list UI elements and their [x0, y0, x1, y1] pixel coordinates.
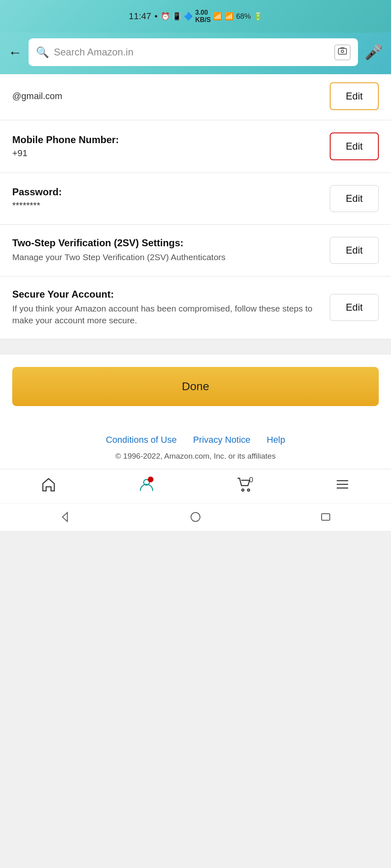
- two-step-row: Two-Step Verification (2SV) Settings: Ma…: [0, 225, 391, 276]
- data-speed-icon: 3.00KB/S: [195, 9, 211, 24]
- mobile-phone-row: Mobile Phone Number: +91 Edit: [0, 120, 391, 173]
- done-section: Done: [0, 351, 391, 418]
- search-bar[interactable]: 🔍 Search Amazon.in: [29, 38, 358, 66]
- cart-count: 0: [249, 476, 253, 484]
- status-bar: 11:47 • ⏰ 📳 🔷 3.00KB/S 📶 📶 68% 🔋: [0, 0, 391, 33]
- password-row: Password: ******** Edit: [0, 173, 391, 225]
- privacy-link[interactable]: Privacy Notice: [193, 435, 251, 445]
- email-row: @gmail.com Edit: [0, 74, 391, 120]
- mobile-phone-value: +91: [12, 148, 322, 159]
- back-system-button[interactable]: [59, 511, 71, 526]
- system-nav: [0, 503, 391, 531]
- conditions-link[interactable]: Conditions of Use: [106, 435, 177, 445]
- recents-system-button[interactable]: [320, 511, 332, 526]
- camera-scan-icon[interactable]: [334, 44, 351, 60]
- menu-icon: [335, 477, 350, 495]
- svg-marker-8: [62, 512, 67, 521]
- svg-point-9: [191, 512, 200, 521]
- done-button[interactable]: Done: [12, 367, 379, 406]
- footer-links-row: Conditions of Use Privacy Notice Help: [12, 435, 379, 445]
- email-suffix: @gmail.com: [12, 91, 62, 101]
- password-info: Password: ********: [12, 186, 330, 211]
- password-value: ********: [12, 200, 322, 211]
- home-icon: [41, 477, 56, 495]
- alarm-icon: ⏰: [161, 12, 170, 21]
- search-input[interactable]: Search Amazon.in: [54, 46, 329, 58]
- two-step-edit-button[interactable]: Edit: [330, 237, 379, 264]
- status-icons: ⏰ 📳 🔷 3.00KB/S 📶 📶 68% 🔋: [161, 9, 262, 24]
- secure-account-edit-button[interactable]: Edit: [330, 294, 379, 321]
- spacer: [0, 339, 391, 351]
- svg-rect-10: [322, 514, 330, 520]
- svg-rect-0: [338, 49, 347, 54]
- password-label: Password:: [12, 186, 322, 198]
- status-dot: •: [155, 11, 158, 22]
- password-edit-button[interactable]: Edit: [330, 185, 379, 212]
- two-step-description: Manage your Two Step Verification (2SV) …: [12, 251, 322, 263]
- mobile-phone-edit-button[interactable]: Edit: [330, 133, 379, 160]
- account-notification-badge: [148, 477, 153, 482]
- svg-point-3: [242, 489, 244, 491]
- status-bar-content: 11:47 • ⏰ 📳 🔷 3.00KB/S 📶 📶 68% 🔋: [129, 9, 262, 24]
- vibrate-icon: 📳: [172, 12, 181, 21]
- header: ← 🔍 Search Amazon.in 🎤: [0, 33, 391, 74]
- settings-container: @gmail.com Edit Mobile Phone Number: +91…: [0, 74, 391, 339]
- bluetooth-icon: 🔷: [184, 12, 193, 21]
- nav-home[interactable]: [41, 477, 56, 495]
- nav-menu[interactable]: [335, 477, 350, 495]
- two-step-label: Two-Step Verification (2SV) Settings:: [12, 237, 322, 249]
- secure-account-info: Secure Your Account: If you think your A…: [12, 289, 330, 327]
- email-info: @gmail.com: [12, 91, 330, 102]
- search-icon: 🔍: [36, 46, 49, 59]
- secure-account-description: If you think your Amazon account has bee…: [12, 303, 322, 327]
- battery-label: 68%: [236, 12, 251, 21]
- svg-point-1: [341, 50, 344, 53]
- main-content: @gmail.com Edit Mobile Phone Number: +91…: [0, 74, 391, 531]
- mobile-phone-info: Mobile Phone Number: +91: [12, 134, 330, 159]
- home-system-button[interactable]: [189, 511, 202, 526]
- status-time: 11:47: [129, 11, 151, 22]
- copyright-text: © 1996-2022, Amazon.com, Inc. or its aff…: [12, 452, 379, 461]
- footer-links: Conditions of Use Privacy Notice Help © …: [0, 418, 391, 469]
- nav-account[interactable]: [139, 477, 154, 496]
- mobile-phone-label: Mobile Phone Number:: [12, 134, 322, 146]
- bottom-nav: 0: [0, 469, 391, 503]
- back-button[interactable]: ←: [8, 44, 22, 60]
- help-link[interactable]: Help: [267, 435, 285, 445]
- email-edit-button[interactable]: Edit: [330, 82, 379, 110]
- secure-account-label: Secure Your Account:: [12, 289, 322, 300]
- secure-account-row: Secure Your Account: If you think your A…: [0, 276, 391, 339]
- two-step-info: Two-Step Verification (2SV) Settings: Ma…: [12, 237, 330, 263]
- battery-icon: 🔋: [253, 12, 262, 21]
- nav-cart[interactable]: 0: [237, 477, 252, 495]
- svg-point-4: [248, 489, 250, 491]
- mic-icon[interactable]: 🎤: [364, 44, 383, 61]
- wifi-icon: 📶: [213, 12, 222, 21]
- signal-icon: 📶: [224, 12, 233, 21]
